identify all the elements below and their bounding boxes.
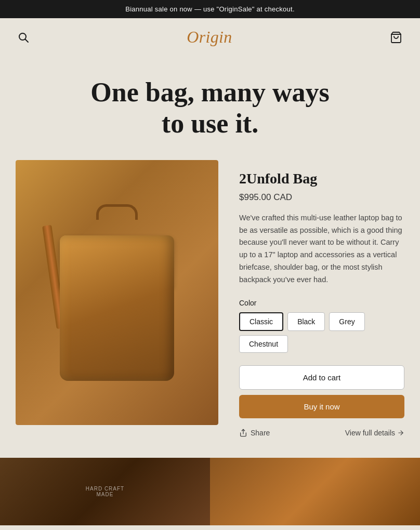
logo[interactable]: Origin <box>187 28 232 47</box>
arrow-right-icon <box>397 429 404 436</box>
hero-title: One bag, many ways to use it. <box>31 77 389 139</box>
add-to-cart-button[interactable]: Add to cart <box>239 365 404 390</box>
color-option-classic[interactable]: Classic <box>239 312 283 331</box>
buy-now-button[interactable]: Buy it now <box>239 395 404 418</box>
view-full-details-label: View full details <box>345 429 395 437</box>
bag-handle <box>96 204 138 220</box>
share-icon <box>239 429 247 437</box>
bottom-image-left: HARD CRAFT MADE <box>0 458 210 525</box>
product-price: $995.00 CAD <box>239 192 404 203</box>
color-options: Classic Black Grey Chestnut <box>239 312 404 353</box>
product-section: 2Unfold Bag $995.00 CAD We've crafted th… <box>0 155 420 458</box>
hero-section: One bag, many ways to use it. <box>0 56 420 155</box>
bag-body <box>60 235 174 381</box>
bag-illustration <box>49 204 185 381</box>
search-icon <box>18 32 29 43</box>
cart-button[interactable] <box>388 29 404 46</box>
announcement-text: Biannual sale on now — use "OriginSale" … <box>125 5 295 13</box>
header: Origin <box>0 18 420 56</box>
product-details: 2Unfold Bag $995.00 CAD We've crafted th… <box>239 160 404 438</box>
color-option-chestnut[interactable]: Chestnut <box>239 335 288 353</box>
color-option-grey[interactable]: Grey <box>329 312 364 331</box>
product-footer: Share View full details <box>239 429 404 437</box>
color-option-black[interactable]: Black <box>287 312 325 331</box>
product-image <box>16 160 218 425</box>
bottom-image-strip: HARD CRAFT MADE <box>0 458 420 525</box>
bottom-image-right <box>210 458 420 525</box>
product-image-container <box>16 160 218 425</box>
svg-line-1 <box>25 39 29 42</box>
cart-icon <box>390 31 402 44</box>
brand-watermark: HARD CRAFT MADE <box>86 486 124 497</box>
view-full-details-button[interactable]: View full details <box>345 429 404 437</box>
share-label: Share <box>251 429 270 437</box>
color-label: Color <box>239 299 404 307</box>
product-name: 2Unfold Bag <box>239 170 404 187</box>
product-description: We've crafted this multi-use leather lap… <box>239 212 404 287</box>
announcement-bar: Biannual sale on now — use "OriginSale" … <box>0 0 420 18</box>
search-button[interactable] <box>16 30 31 45</box>
share-button[interactable]: Share <box>239 429 270 437</box>
